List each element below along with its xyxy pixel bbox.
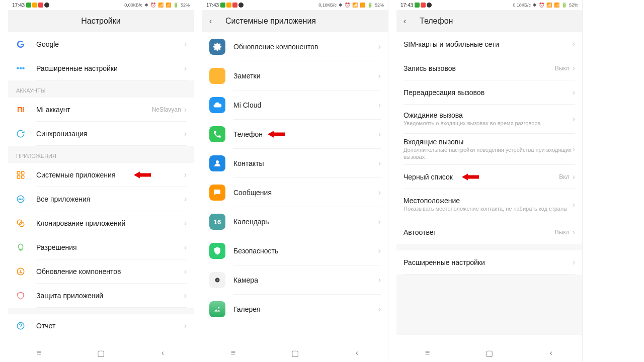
section-apps: ПРИЛОЖЕНИЯ <box>8 146 194 163</box>
row-advanced[interactable]: Расширенные настройки› <box>396 250 582 275</box>
chevron-right-icon: › <box>184 267 187 276</box>
row-advanced[interactable]: ••• Расширенные настройки› <box>8 56 194 80</box>
alarm-icon: ⏰ <box>150 3 156 8</box>
row-permissions[interactable]: Разрешения› <box>8 235 194 259</box>
nav-recent[interactable]: ≡ <box>29 348 49 357</box>
nav-back[interactable]: ‹ <box>541 348 561 357</box>
svg-point-15 <box>217 280 218 281</box>
row-location[interactable]: МестоположениеПоказывать местоположение … <box>396 189 582 220</box>
chevron-right-icon: › <box>184 243 187 252</box>
svg-point-5 <box>19 199 20 200</box>
svg-point-6 <box>20 199 21 200</box>
row-messages[interactable]: Сообщения› <box>202 178 388 207</box>
row-phone[interactable]: Телефон› <box>202 120 388 149</box>
chevron-right-icon: › <box>378 276 381 285</box>
back-button[interactable]: ‹ <box>404 17 416 26</box>
row-app-protection[interactable]: Защита приложений› <box>8 284 194 308</box>
nav-back[interactable]: ‹ <box>347 348 367 357</box>
row-sim[interactable]: SIM-карты и мобильные сети› <box>396 32 582 56</box>
chevron-right-icon: › <box>573 64 575 73</box>
row-label: Расширенные настройки <box>404 258 573 266</box>
row-gallery[interactable]: Галерея› <box>202 295 388 324</box>
row-report[interactable]: Отчет› <box>8 314 194 338</box>
row-all-apps[interactable]: Все приложения› <box>8 187 194 211</box>
row-value: Выкл <box>555 229 570 236</box>
status-bar: 17:43 0,18КБ/с ✱⏰📶📶🔋 52% <box>396 0 582 10</box>
row-label: Mi аккаунт <box>36 106 152 114</box>
row-clone-apps[interactable]: Клонирование приложений› <box>8 211 194 235</box>
nav-recent[interactable]: ≡ <box>223 348 244 357</box>
nav-home[interactable]: ▢ <box>479 348 500 358</box>
nav-home[interactable]: ▢ <box>285 348 305 358</box>
row-call-record[interactable]: Запись вызововВыкл› <box>396 56 582 80</box>
row-value: Выкл <box>555 65 570 72</box>
row-camera[interactable]: Камера› <box>202 265 388 295</box>
svg-rect-0 <box>17 171 20 174</box>
svg-point-7 <box>22 199 23 200</box>
settings-screen: 17:43 0,00КБ/с ✱ ⏰ 📶 📶 🔋 52% Настройки G… <box>8 0 194 362</box>
battery-icon: 🔋 <box>367 3 373 8</box>
chevron-right-icon: › <box>378 71 381 80</box>
chevron-right-icon: › <box>184 219 187 228</box>
nav-bar: ≡ ▢ ‹ <box>8 344 194 362</box>
header: Настройки <box>8 10 194 32</box>
cloud-icon <box>209 97 225 113</box>
row-label: Местоположение <box>404 197 573 205</box>
row-label: Защита приложений <box>36 292 184 300</box>
row-component-update[interactable]: Обновление компонентов› <box>8 259 194 284</box>
row-value: NeSlavyan <box>152 106 181 113</box>
row-security[interactable]: Безопасность› <box>202 236 388 265</box>
alarm-icon: ⏰ <box>539 3 544 8</box>
row-sub: Показывать местоположение контакта, не н… <box>404 206 573 212</box>
row-label: Обновление компонентов <box>233 43 378 51</box>
svg-rect-3 <box>22 176 24 178</box>
status-bar: 17:43 0,00КБ/с ✱ ⏰ 📶 📶 🔋 52% <box>8 0 194 10</box>
row-calendar[interactable]: 16 Календарь› <box>202 207 388 236</box>
page-title: Телефон <box>420 17 453 26</box>
nav-home[interactable]: ▢ <box>91 348 111 358</box>
gallery-icon <box>209 301 225 317</box>
battery-icon: 🔋 <box>561 3 567 8</box>
signal-icon: 📶 <box>360 3 365 8</box>
row-sync[interactable]: Синхронизация› <box>8 122 194 146</box>
row-forwarding[interactable]: Переадресация вызовов› <box>396 80 582 105</box>
row-label: Системные приложения <box>36 171 184 179</box>
chevron-right-icon: › <box>573 115 575 124</box>
contacts-icon <box>209 155 225 171</box>
row-update-components[interactable]: Обновление компонентов› <box>202 32 388 61</box>
row-contacts[interactable]: Контакты› <box>202 149 388 178</box>
chevron-right-icon: › <box>573 258 575 267</box>
bulb-icon <box>15 242 26 253</box>
dots-icon: ••• <box>15 63 26 74</box>
back-button[interactable]: ‹ <box>209 17 221 26</box>
svg-point-16 <box>218 307 220 309</box>
row-mi-cloud[interactable]: Mi Cloud› <box>202 90 388 120</box>
bluetooth-icon: ✱ <box>533 3 537 8</box>
nav-back[interactable]: ‹ <box>153 348 173 357</box>
row-auto-answer[interactable]: АвтоответВыкл› <box>396 220 582 244</box>
row-label: Телефон <box>233 130 378 138</box>
chevron-right-icon: › <box>378 305 381 314</box>
row-google[interactable]: Google› <box>8 32 194 56</box>
row-label: Обновление компонентов <box>36 267 184 276</box>
status-time: 17:43 <box>12 3 25 8</box>
row-incoming[interactable]: Входящие вызовыДополнительные настройки … <box>396 134 582 165</box>
wifi-icon: 📶 <box>158 3 164 8</box>
chevron-right-icon: › <box>573 172 575 182</box>
status-time: 17:43 <box>400 3 413 8</box>
row-mi-account[interactable]: ΠΙ Mi аккаунтNeSlavyan› <box>8 98 194 122</box>
mi-icon: ΠΙ <box>15 104 26 115</box>
chat-icon <box>209 185 225 201</box>
chevron-right-icon: › <box>378 246 381 255</box>
row-blacklist[interactable]: Черный списокВкл› <box>396 165 582 189</box>
row-call-waiting[interactable]: Ожидание вызоваУведомлять о входящих выз… <box>396 105 582 134</box>
row-system-apps[interactable]: Системные приложения› <box>8 163 194 187</box>
settings-list: Google› ••• Расширенные настройки› АККАУ… <box>8 32 194 344</box>
row-notes[interactable]: Заметки› <box>202 61 388 90</box>
row-label: Автоответ <box>404 228 555 236</box>
nav-recent[interactable]: ≡ <box>418 348 438 357</box>
status-data-rate: 0,10КБ/с <box>318 3 337 8</box>
row-sub: Дополнительные настройки поведения устро… <box>404 147 573 160</box>
shield-icon <box>15 290 26 301</box>
camera-icon <box>209 272 225 288</box>
